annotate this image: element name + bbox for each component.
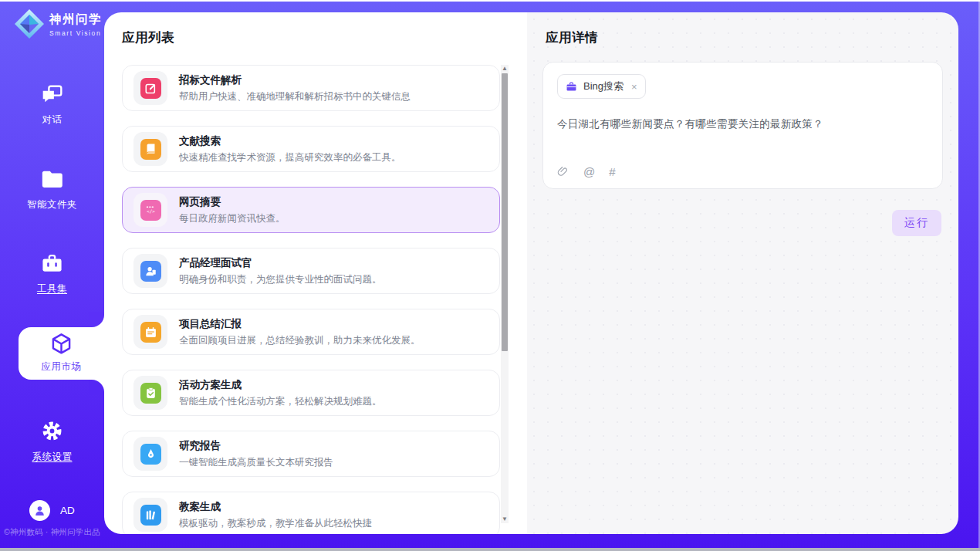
avatar — [29, 500, 50, 521]
hash-icon[interactable]: # — [609, 165, 615, 178]
brand-name: 神州问学 — [49, 12, 102, 28]
app-icon-container — [133, 254, 167, 288]
sidebar-item-label: 智能文件夹 — [0, 198, 104, 211]
app-title: 项目总结汇报 — [179, 317, 421, 331]
app-icon-container — [133, 315, 167, 349]
active-tab-curve-top — [89, 312, 104, 327]
book-icon — [140, 139, 161, 160]
mention-icon[interactable]: @ — [583, 165, 595, 178]
app-title: 活动方案生成 — [179, 378, 382, 392]
tool-chip-label: Bing搜索 — [583, 79, 623, 93]
sidebar-item-toolset[interactable]: 工具集 — [0, 253, 104, 296]
app-desc: 快速精准查找学术资源，提高研究效率的必备工具。 — [179, 151, 401, 164]
app-icon-container: </> — [133, 193, 167, 227]
app-title: 产品经理面试官 — [179, 256, 382, 270]
app-list-item[interactable]: 项目总结汇报 全面回顾项目进展，总结经验教训，助力未来优化发展。 — [122, 309, 500, 355]
app-list-item[interactable]: 文献搜索 快速精准查找学术资源，提高研究效率的必备工具。 — [122, 126, 500, 172]
app-desc: 智能生成个性化活动方案，轻松解决规划难题。 — [179, 395, 382, 408]
clipboard-check-icon — [140, 383, 161, 404]
window-frame: 神州问学 Smart Vision 对话 智能文件夹 工具集 — [0, 0, 980, 551]
gear-icon — [41, 420, 63, 442]
brand-tagline: Smart Vision — [49, 29, 102, 37]
run-button[interactable]: 运行 — [892, 210, 941, 236]
app-detail-title: 应用详情 — [546, 29, 598, 46]
app-title: 招标文件解析 — [179, 73, 411, 87]
sidebar-item-label: 应用市场 — [19, 360, 104, 374]
calendar-icon — [140, 322, 161, 343]
sidebar-item-label: 系统设置 — [0, 451, 104, 464]
edit-icon — [140, 78, 161, 99]
user-account[interactable]: AD — [29, 500, 75, 521]
app-list-item[interactable]: 教案生成 模板驱动，教案秒成，教学准备从此轻松快捷 — [122, 492, 500, 534]
app-list-item[interactable]: 活动方案生成 智能生成个性化活动方案，轻松解决规划难题。 — [122, 370, 500, 416]
query-input[interactable]: 今日湖北有哪些新闻要点？有哪些需要关注的最新政策？ — [557, 117, 928, 131]
app-icon-container — [133, 376, 167, 410]
app-list-item[interactable]: 产品经理面试官 明确身份和职责，为您提供专业性的面试问题。 — [122, 248, 500, 294]
copyright-footer: ©神州数码 · 神州问学出品 — [4, 527, 104, 538]
sidebar-item-settings[interactable]: 系统设置 — [0, 420, 104, 464]
app-icon-container — [133, 132, 167, 166]
window-top-edge — [0, 0, 980, 2]
app-desc: 帮助用户快速、准确地理解和解析招标书中的关键信息 — [179, 90, 411, 103]
sidebar-item-label: 工具集 — [0, 282, 104, 296]
app-icon-container — [133, 71, 167, 105]
app-desc: 每日政府新闻资讯快查。 — [179, 212, 286, 225]
app-icon-container — [133, 498, 167, 532]
app-title: 文献搜索 — [179, 134, 401, 148]
paperclip-icon[interactable] — [557, 165, 569, 178]
app-title: 网页摘要 — [179, 195, 286, 209]
user-initials: AD — [60, 505, 75, 516]
briefcase-icon — [41, 253, 63, 274]
scrollbar-down-arrow[interactable]: ▼ — [501, 516, 509, 523]
active-tab-curve-bottom — [89, 380, 104, 395]
app-desc: 模板驱动，教案秒成，教学准备从此轻松快捷 — [179, 517, 372, 530]
books-icon — [140, 505, 161, 526]
sidebar-item-app-market[interactable]: 应用市场 — [19, 327, 104, 380]
brand-diamond-icon — [14, 8, 45, 39]
window-bottom-edge — [0, 548, 980, 551]
attachment-toolbar: @ # — [557, 165, 616, 178]
main-content: 应用列表 招标文件解析 帮助用户快速、准确地理解和解析招标书中的关键信 — [104, 12, 958, 534]
app-detail-panel: 应用详情 Bing搜索 × 今日湖北有哪些新闻要点？有哪些需要关注的最新政策？ — [527, 12, 958, 534]
app-list-scrollbar[interactable]: ▲ ▼ — [501, 65, 509, 523]
app-list-panel: 应用列表 招标文件解析 帮助用户快速、准确地理解和解析招标书中的关键信 — [104, 12, 527, 534]
svg-text:</>: </> — [147, 208, 155, 214]
brand-logo: 神州问学 Smart Vision — [14, 8, 102, 39]
briefcase-icon — [566, 81, 577, 93]
sidebar-item-smart-folder[interactable]: 智能文件夹 — [0, 170, 104, 211]
app-list-item[interactable]: 研究报告 一键智能生成高质量长文本研究报告 — [122, 431, 500, 477]
browser-icon: </> — [140, 200, 161, 221]
app-list-title: 应用列表 — [122, 29, 174, 46]
chip-close-icon[interactable]: × — [631, 81, 637, 93]
app-list-item-selected[interactable]: </> 网页摘要 每日政府新闻资讯快查。 — [122, 187, 500, 233]
app-desc: 一键智能生成高质量长文本研究报告 — [179, 456, 333, 469]
app-desc: 明确身份和职责，为您提供专业性的面试问题。 — [179, 273, 382, 286]
app-list: 招标文件解析 帮助用户快速、准确地理解和解析招标书中的关键信息 — [122, 65, 502, 534]
app-title: 教案生成 — [179, 500, 372, 514]
ink-pen-icon — [140, 444, 161, 465]
sidebar-item-label: 对话 — [0, 113, 104, 127]
tool-chip[interactable]: Bing搜索 × — [557, 74, 646, 99]
interviewer-icon — [140, 261, 161, 282]
query-card[interactable]: Bing搜索 × 今日湖北有哪些新闻要点？有哪些需要关注的最新政策？ @ # — [542, 62, 943, 189]
folder-icon — [41, 170, 63, 190]
cube-icon — [49, 332, 73, 356]
scrollbar-thumb[interactable] — [502, 73, 508, 351]
sidebar-item-chat[interactable]: 对话 — [0, 85, 104, 127]
app-icon-container — [133, 437, 167, 471]
app-desc: 全面回顾项目进展，总结经验教训，助力未来优化发展。 — [179, 334, 421, 347]
scrollbar-up-arrow[interactable]: ▲ — [501, 65, 509, 73]
person-icon — [33, 504, 46, 517]
app-list-item[interactable]: 招标文件解析 帮助用户快速、准确地理解和解析招标书中的关键信息 — [122, 65, 500, 111]
app-title: 研究报告 — [179, 439, 333, 453]
chat-icon — [41, 85, 63, 105]
